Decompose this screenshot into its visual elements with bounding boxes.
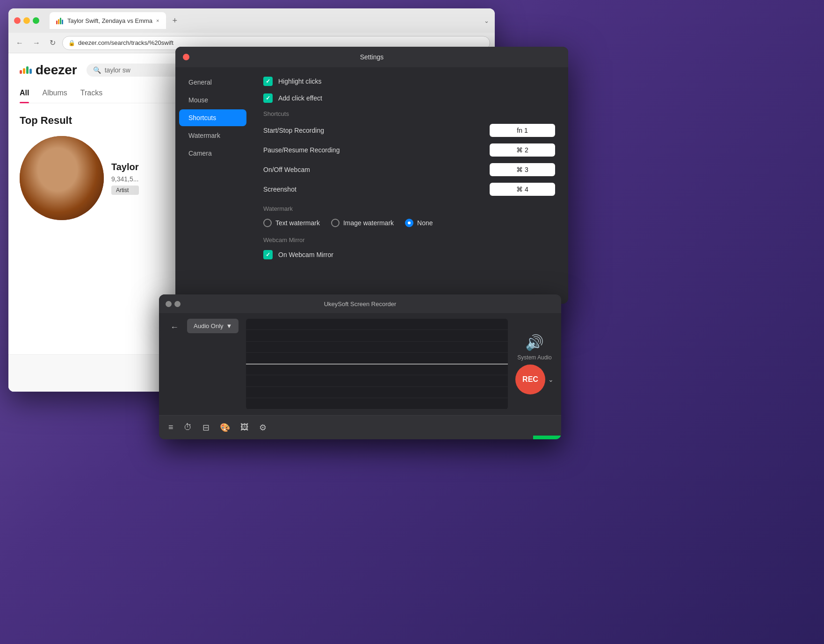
recorder-traffic-lights [166,301,181,307]
image-watermark-option[interactable]: Image watermark [331,219,394,227]
settings-content: Highlight clicks Add click effect Shortc… [250,67,568,304]
highlight-clicks-label: Highlight clicks [278,78,322,85]
settings-sidebar: General Mouse Shortcuts Watermark Camera [175,67,250,304]
shortcut-pause-resume-key[interactable]: ⌘ 2 [490,143,555,157]
forward-button[interactable]: → [30,37,43,49]
settings-nav-watermark[interactable]: Watermark [179,127,246,144]
add-click-effect-checkbox[interactable] [263,93,273,103]
grid-line-5 [246,364,508,375]
rec-dropdown-button[interactable]: ⌄ [548,376,554,383]
recorder-left: ← Audio Only ▼ [166,319,239,409]
settings-nav-shortcuts[interactable]: Shortcuts [179,109,246,126]
tab-tracks[interactable]: Tracks [80,89,102,103]
highlight-clicks-row: Highlight clicks [263,77,555,86]
svg-rect-2 [60,18,61,24]
settings-nav-camera[interactable]: Camera [179,145,246,162]
shortcut-screenshot-key[interactable]: ⌘ 4 [490,183,555,196]
new-tab-button[interactable]: + [173,16,178,26]
grid-line-6 [246,375,508,386]
settings-title: Settings [360,53,384,61]
shortcut-start-stop-label: Start/Stop Recording [263,127,490,134]
clock-icon-button[interactable]: ⏱ [184,422,192,432]
recorder-circle-1 [166,301,172,307]
audio-only-dropdown-icon: ▼ [226,322,232,329]
grid-line-1 [246,319,508,330]
settings-body: General Mouse Shortcuts Watermark Camera… [175,67,568,304]
svg-rect-3 [62,20,63,24]
shortcut-start-stop-key[interactable]: fn 1 [490,124,555,137]
webcam-mirror-row: On Webcam Mirror [263,250,555,259]
browser-minimize-button[interactable] [23,17,30,24]
deezer-logo-icon [20,66,32,74]
refresh-button[interactable]: ↻ [47,36,58,49]
recorder-back-button[interactable]: ← [166,319,182,336]
browser-maximize-button[interactable] [33,17,39,24]
tab-all[interactable]: All [20,89,29,103]
browser-close-button[interactable] [14,17,21,24]
none-watermark-radio[interactable] [405,219,413,227]
tab-albums[interactable]: Albums [42,89,67,103]
address-text: deezer.com/search/tracks/%20swift [78,39,173,46]
highlight-clicks-checkbox[interactable] [263,77,273,86]
settings-titlebar: Settings [175,47,568,67]
artist-avatar [20,136,104,220]
image-watermark-radio[interactable] [331,219,340,227]
webcam-mirror-section: Webcam Mirror On Webcam Mirror [263,236,555,259]
shortcut-pause-resume-row: Pause/Resume Recording ⌘ 2 [263,143,555,157]
recorder-controls-row: REC ⌄ [515,365,554,394]
image-icon-button[interactable]: 🖼 [240,422,249,432]
webcam-mirror-label: On Webcam Mirror [278,251,333,258]
text-watermark-radio[interactable] [263,219,272,227]
track-icon-button[interactable]: ⊟ [202,422,210,433]
grid-line-8 [246,398,508,409]
recorder-circle-2 [174,301,181,307]
recorder-titlebar: UkeySoft Screen Recorder [159,294,561,313]
recorder-toolbar: ≡ ⏱ ⊟ 🎨 🖼 ⚙ [159,415,561,439]
text-watermark-option[interactable]: Text watermark [263,219,320,227]
settings-close-button[interactable] [183,54,189,60]
recorder-body: ← Audio Only ▼ 🔊 System Audio [159,313,561,415]
shortcut-screenshot-row: Screenshot ⌘ 4 [263,183,555,196]
list-icon-button[interactable]: ≡ [168,422,173,432]
tab-title: Taylor Swift, Zendaya vs Emma [67,17,152,24]
artist-badge: Artist [111,186,139,195]
browser-titlebar: Taylor Swift, Zendaya vs Emma × + ⌄ [8,8,495,33]
rec-button[interactable]: REC [515,365,545,394]
settings-nav-general[interactable]: General [179,74,246,91]
artist-name: Taylor [111,162,139,172]
artist-info: Taylor 9,341,5... Artist [111,162,139,195]
back-button[interactable]: ← [13,37,26,49]
none-watermark-option[interactable]: None [405,219,433,227]
tab-favicon-icon [56,17,64,24]
browser-tab[interactable]: Taylor Swift, Zendaya vs Emma × [50,12,166,29]
shortcut-screenshot-label: Screenshot [263,186,490,193]
shortcut-pause-resume-label: Pause/Resume Recording [263,146,490,154]
lock-icon: 🔒 [68,40,75,46]
artist-fans: 9,341,5... [111,175,139,183]
green-status-bar [533,436,561,439]
audio-only-button[interactable]: Audio Only ▼ [187,319,239,333]
watermark-options: Text watermark Image watermark None [263,219,555,227]
add-click-effect-row: Add click effect [263,93,555,103]
none-watermark-label: None [417,219,433,227]
gear-icon-button[interactable]: ⚙ [259,422,267,433]
shortcut-webcam-key[interactable]: ⌘ 3 [490,163,555,176]
recorder-window: UkeySoft Screen Recorder ← Audio Only ▼ [159,294,561,439]
waveform-area [246,319,508,409]
tab-overflow-button[interactable]: ⌄ [484,17,489,24]
grid-line-4 [246,353,508,364]
webcam-mirror-checkbox[interactable] [263,250,273,259]
shortcut-webcam-label: On/Off Webcam [263,166,490,173]
search-box[interactable]: 🔍 taylor sw [87,64,180,77]
image-watermark-label: Image watermark [343,219,394,227]
palette-icon-button[interactable]: 🎨 [220,422,230,433]
deezer-logo: deezer [20,63,77,78]
svg-rect-1 [58,19,59,24]
deezer-wordmark: deezer [36,63,77,78]
search-icon: 🔍 [93,66,101,74]
settings-nav-mouse[interactable]: Mouse [179,92,246,108]
text-watermark-label: Text watermark [275,219,320,227]
watermark-section: Watermark Text watermark Image watermark… [263,205,555,227]
system-audio-label: System Audio [517,354,551,361]
tab-close-button[interactable]: × [156,18,159,23]
